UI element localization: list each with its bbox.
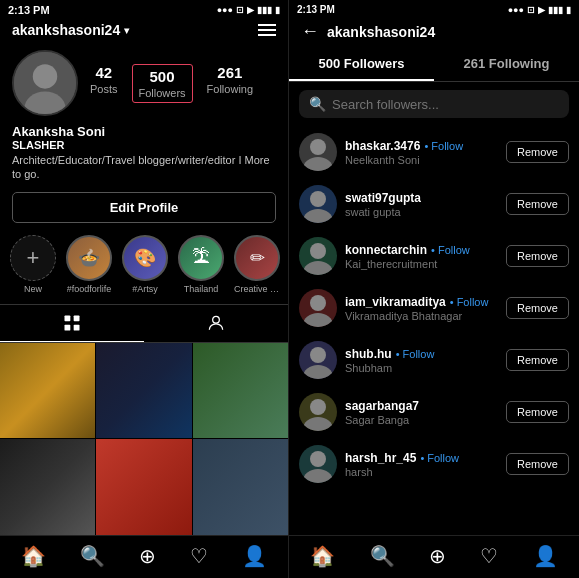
follower-avatar[interactable] bbox=[299, 341, 337, 379]
back-arrow-icon[interactable]: ← bbox=[301, 21, 319, 42]
tab-grid[interactable] bbox=[0, 305, 144, 342]
svg-point-10 bbox=[310, 191, 326, 207]
followers-count: 500 bbox=[150, 68, 175, 85]
chevron-down-icon: ▾ bbox=[124, 25, 129, 36]
story-creativew[interactable]: ✏ Creative W... bbox=[234, 235, 280, 294]
nav-add-icon[interactable]: ⊕ bbox=[139, 544, 156, 568]
follower-username[interactable]: sagarbanga7 bbox=[345, 399, 419, 413]
follower-username[interactable]: harsh_hr_45 bbox=[345, 451, 416, 465]
photo-1[interactable] bbox=[0, 343, 95, 438]
nav-like-icon[interactable]: ♡ bbox=[190, 544, 208, 568]
story-foodforlife[interactable]: 🍲 #foodforlife bbox=[66, 235, 112, 294]
left-time: 2:13 PM bbox=[8, 4, 50, 16]
list-item: swati97guptaswati guptaRemove bbox=[289, 178, 579, 230]
hamburger-menu-button[interactable] bbox=[258, 24, 276, 36]
photo-4[interactable] bbox=[0, 439, 95, 534]
right-header: ← akankshasoni24 bbox=[289, 17, 579, 48]
edit-profile-button[interactable]: Edit Profile bbox=[12, 192, 276, 223]
right-nav-home-icon[interactable]: 🏠 bbox=[310, 544, 335, 568]
follower-username[interactable]: iam_vikramaditya bbox=[345, 295, 446, 309]
story-label-2: #Artsy bbox=[132, 284, 158, 294]
followers-label: Followers bbox=[139, 87, 186, 99]
follow-link[interactable]: • Follow bbox=[450, 296, 489, 308]
story-label-4: Creative W... bbox=[234, 284, 280, 294]
svg-point-7 bbox=[213, 316, 220, 323]
follower-username[interactable]: bhaskar.3476 bbox=[345, 139, 420, 153]
followers-stat[interactable]: 500 Followers bbox=[132, 64, 193, 103]
following-stat[interactable]: 261 Following bbox=[207, 64, 253, 103]
svg-point-16 bbox=[310, 347, 326, 363]
follower-avatar[interactable] bbox=[299, 185, 337, 223]
nav-search-icon[interactable]: 🔍 bbox=[80, 544, 105, 568]
svg-rect-5 bbox=[65, 324, 71, 330]
photo-5[interactable] bbox=[96, 439, 191, 534]
right-bottom-nav: 🏠 🔍 ⊕ ♡ 👤 bbox=[289, 535, 579, 578]
remove-button[interactable]: Remove bbox=[506, 453, 569, 475]
remove-button[interactable]: Remove bbox=[506, 349, 569, 371]
photo-3[interactable] bbox=[193, 343, 288, 438]
remove-button[interactable]: Remove bbox=[506, 141, 569, 163]
tab-tagged[interactable] bbox=[144, 305, 288, 342]
photo-grid bbox=[0, 343, 288, 535]
remove-button[interactable]: Remove bbox=[506, 297, 569, 319]
tab-following[interactable]: 261 Following bbox=[434, 48, 579, 81]
photo-2[interactable] bbox=[96, 343, 191, 438]
following-count: 261 bbox=[217, 64, 242, 81]
right-nav-search-icon[interactable]: 🔍 bbox=[370, 544, 395, 568]
nav-home-icon[interactable]: 🏠 bbox=[21, 544, 46, 568]
left-username-area[interactable]: akankshasoni24 ▾ bbox=[12, 22, 129, 38]
list-item: iam_vikramaditya• FollowVikramaditya Bha… bbox=[289, 282, 579, 334]
posts-count: 42 bbox=[95, 64, 112, 81]
profile-info: Akanksha Soni SLASHER Architect/Educator… bbox=[0, 122, 288, 186]
right-nav-add-icon[interactable]: ⊕ bbox=[429, 544, 446, 568]
right-nav-like-icon[interactable]: ♡ bbox=[480, 544, 498, 568]
story-artsy[interactable]: 🎨 #Artsy bbox=[122, 235, 168, 294]
left-panel: 2:13 PM ●●● ⊡ ▶ ▮▮▮ ▮ akankshasoni24 ▾ bbox=[0, 0, 289, 578]
search-bar: 🔍 bbox=[299, 90, 569, 118]
stories-row: + New 🍲 #foodforlife 🎨 #Artsy 🏝 Thailand… bbox=[0, 229, 288, 300]
follower-username[interactable]: shub.hu bbox=[345, 347, 392, 361]
remove-button[interactable]: Remove bbox=[506, 245, 569, 267]
remove-button[interactable]: Remove bbox=[506, 193, 569, 215]
follower-avatar[interactable] bbox=[299, 237, 337, 275]
follower-avatar[interactable] bbox=[299, 133, 337, 171]
story-circle-2: 🎨 bbox=[122, 235, 168, 281]
svg-rect-6 bbox=[74, 324, 80, 330]
left-header: akankshasoni24 ▾ bbox=[0, 18, 288, 44]
story-label-3: Thailand bbox=[184, 284, 219, 294]
svg-point-20 bbox=[310, 451, 326, 467]
story-label-1: #foodforlife bbox=[67, 284, 112, 294]
list-item: bhaskar.3476• FollowNeelkanth SoniRemove bbox=[289, 126, 579, 178]
follower-avatar[interactable] bbox=[299, 393, 337, 431]
svg-point-15 bbox=[303, 313, 333, 327]
right-nav-profile-icon[interactable]: 👤 bbox=[533, 544, 558, 568]
svg-point-17 bbox=[303, 365, 333, 379]
svg-point-1 bbox=[33, 64, 57, 88]
follow-link[interactable]: • Follow bbox=[420, 452, 459, 464]
follower-avatar[interactable] bbox=[299, 289, 337, 327]
search-followers-input[interactable] bbox=[332, 97, 559, 112]
profile-bio: Architect/Educator/Travel blogger/writer… bbox=[12, 153, 276, 182]
remove-button[interactable]: Remove bbox=[506, 401, 569, 423]
follower-realname: Sagar Banga bbox=[345, 414, 498, 426]
follower-realname: Shubham bbox=[345, 362, 498, 374]
right-status-bar: 2:13 PM ●●● ⊡ ▶ ▮▮▮ ▮ bbox=[289, 0, 579, 17]
follower-info: harsh_hr_45• Followharsh bbox=[345, 451, 498, 478]
follower-realname: Neelkanth Soni bbox=[345, 154, 498, 166]
nav-profile-icon[interactable]: 👤 bbox=[242, 544, 267, 568]
story-circle-4: ✏ bbox=[234, 235, 280, 281]
follower-username[interactable]: konnectarchin bbox=[345, 243, 427, 257]
follower-avatar[interactable] bbox=[299, 445, 337, 483]
photo-6[interactable] bbox=[193, 439, 288, 534]
left-bottom-nav: 🏠 🔍 ⊕ ♡ 👤 bbox=[0, 535, 288, 578]
followers-list: bhaskar.3476• FollowNeelkanth SoniRemove… bbox=[289, 126, 579, 535]
story-thailand[interactable]: 🏝 Thailand bbox=[178, 235, 224, 294]
followers-following-tabs: 500 Followers 261 Following bbox=[289, 48, 579, 82]
follow-link[interactable]: • Follow bbox=[424, 140, 463, 152]
story-add[interactable]: + New bbox=[10, 235, 56, 294]
follow-link[interactable]: • Follow bbox=[431, 244, 470, 256]
left-status-bar: 2:13 PM ●●● ⊡ ▶ ▮▮▮ ▮ bbox=[0, 0, 288, 18]
follow-link[interactable]: • Follow bbox=[396, 348, 435, 360]
tab-followers[interactable]: 500 Followers bbox=[289, 48, 434, 81]
follower-username[interactable]: swati97gupta bbox=[345, 191, 421, 205]
